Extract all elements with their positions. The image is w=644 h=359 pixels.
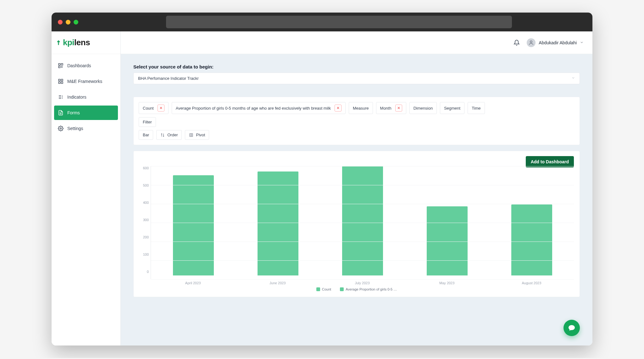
y-axis: 6005004003002001000 — [139, 166, 151, 279]
svg-rect-2 — [58, 66, 60, 68]
sidebar-item-frameworks[interactable]: M&E Frameworks — [54, 74, 118, 89]
remove-icon[interactable]: ✕ — [395, 105, 402, 112]
filter-row-1: Count✕Average Proportion of girls 0-5 mo… — [139, 102, 575, 114]
user-name: Abdukadir Abdulahi — [539, 40, 577, 45]
sidebar-item-label: Indicators — [67, 95, 86, 100]
y-tick: 200 — [143, 235, 149, 239]
window-maximize-dot[interactable] — [74, 20, 78, 24]
sidebar: kpilens Dashboards M&E Frameworks — [52, 31, 121, 345]
pill-label: Month — [380, 106, 391, 111]
grid-line — [151, 223, 574, 223]
url-bar[interactable] — [166, 16, 512, 28]
sidebar-item-label: Forms — [67, 110, 80, 115]
filter-pill[interactable]: Bar — [139, 130, 153, 140]
y-tick: 300 — [143, 218, 149, 222]
chat-fab[interactable] — [564, 320, 580, 336]
logo-prefix: kpi — [63, 38, 74, 47]
grid-line — [151, 260, 574, 261]
svg-point-7 — [60, 128, 62, 129]
pill-label: Measure — [353, 106, 369, 111]
bar[interactable] — [427, 206, 468, 275]
legend-item: Count — [316, 287, 331, 291]
chart-plot — [151, 166, 574, 279]
chart-panel: Add to Dashboard 6005004003002001000 Apr… — [133, 151, 580, 297]
y-tick: 100 — [143, 253, 149, 256]
legend-label: Average Proportion of girls 0-5 … — [346, 287, 397, 291]
avatar-icon — [527, 38, 536, 47]
add-to-dashboard-button[interactable]: Add to Dashboard — [526, 156, 574, 167]
filter-panel: Count✕Average Proportion of girls 0-5 mo… — [133, 97, 580, 145]
y-tick: 600 — [143, 166, 149, 170]
bar[interactable] — [342, 166, 383, 275]
sidebar-item-indicators[interactable]: Indicators — [54, 90, 118, 104]
x-axis: April 2023June 2023July 2023May 2023Augu… — [151, 279, 574, 285]
filter-pill[interactable]: Average Proportion of girls 0-5 months o… — [172, 102, 346, 114]
topbar: Abdukadir Abdulahi — [121, 31, 592, 54]
pill-label: Filter — [143, 120, 152, 124]
chat-icon — [568, 324, 575, 332]
bar[interactable] — [258, 171, 298, 275]
filter-pill[interactable]: Measure — [349, 102, 373, 114]
filter-pill[interactable]: Time — [468, 102, 485, 114]
content: Select your source of data to begin: BHA… — [121, 54, 592, 345]
filter-pill[interactable]: Month✕ — [376, 102, 406, 114]
bar-slot — [405, 166, 489, 275]
pill-label: Average Proportion of girls 0-5 months o… — [176, 106, 331, 111]
logo: kpilens — [52, 31, 120, 54]
bars-container — [151, 166, 574, 275]
x-tick: June 2023 — [235, 281, 320, 285]
sidebar-item-label: M&E Frameworks — [67, 79, 102, 84]
filter-pill[interactable]: Segment — [440, 102, 464, 114]
grid-line — [151, 185, 574, 185]
user-menu[interactable]: Abdukadir Abdulahi — [527, 38, 584, 47]
sidebar-item-settings[interactable]: Settings — [54, 121, 118, 136]
app-shell: kpilens Dashboards M&E Frameworks — [52, 31, 592, 345]
bell-icon[interactable] — [514, 40, 520, 46]
main-area: Abdukadir Abdulahi Select your source of… — [121, 31, 592, 345]
filter-pill[interactable]: Dimension — [409, 102, 437, 114]
x-tick: August 2023 — [489, 281, 574, 285]
filter-pill[interactable]: Pivot — [185, 130, 209, 140]
grid-line — [151, 166, 574, 166]
y-tick: 400 — [143, 201, 149, 204]
window-close-dot[interactable] — [58, 20, 63, 24]
x-tick: May 2023 — [405, 281, 489, 285]
dashboard-icon — [58, 63, 64, 68]
pill-label: Bar — [143, 133, 149, 137]
remove-icon[interactable]: ✕ — [158, 105, 164, 112]
bar[interactable] — [511, 204, 552, 275]
frameworks-icon — [58, 79, 64, 84]
grid-icon — [189, 133, 193, 137]
sidebar-item-forms[interactable]: Forms — [54, 106, 118, 120]
pill-label: Count — [143, 106, 154, 111]
svg-rect-4 — [61, 79, 63, 81]
grid-line — [151, 279, 574, 280]
logo-arrow-icon — [57, 39, 63, 46]
chevron-down-icon — [580, 40, 584, 45]
sidebar-nav: Dashboards M&E Frameworks Indicators — [52, 56, 120, 139]
filter-pill[interactable]: Order — [156, 130, 182, 140]
filter-pill[interactable]: Filter — [139, 117, 156, 127]
title-bar — [52, 13, 592, 31]
x-tick: April 2023 — [151, 281, 235, 285]
svg-point-8 — [530, 41, 532, 43]
sidebar-item-dashboards[interactable]: Dashboards — [54, 58, 118, 73]
svg-rect-1 — [61, 63, 63, 65]
svg-rect-0 — [58, 63, 60, 65]
filter-row-3: BarOrderPivot — [139, 130, 575, 140]
remove-icon[interactable]: ✕ — [335, 105, 341, 112]
indicators-icon — [58, 94, 64, 100]
legend-label: Count — [322, 287, 331, 291]
forms-icon — [58, 110, 64, 116]
legend-swatch — [340, 287, 344, 291]
window-minimize-dot[interactable] — [66, 20, 70, 24]
filter-pill[interactable]: Count✕ — [139, 102, 169, 114]
grid-line — [151, 204, 574, 204]
legend-swatch — [316, 287, 320, 291]
legend-item: Average Proportion of girls 0-5 … — [340, 287, 397, 291]
x-tick: July 2023 — [320, 281, 404, 285]
y-tick: 0 — [147, 270, 149, 274]
bar-slot — [489, 166, 574, 275]
y-tick: 500 — [143, 183, 149, 187]
source-select[interactable]: BHA Perfomance Indicator Trackr — [133, 73, 580, 84]
